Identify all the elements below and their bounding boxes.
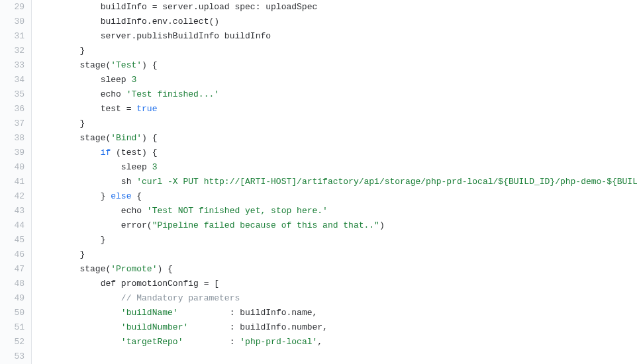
line-number: 46 (0, 248, 31, 262)
token-p: server.publishBuildInfo buildInfo (101, 31, 271, 41)
token-s: 'Promote' (111, 264, 157, 274)
line-number: 36 (0, 102, 31, 116)
token-s: 'php-prd-local' (240, 337, 317, 347)
token-p: echo (101, 89, 126, 99)
token-p: : (183, 337, 240, 347)
token-sd: "Pipeline failed because of this and tha… (152, 220, 379, 230)
line-number: 53 (0, 349, 31, 364)
token-p: stage( (79, 264, 111, 274)
code-line[interactable]: sleep 3 (38, 160, 637, 175)
line-number: 45 (0, 233, 31, 248)
token-p: } (101, 235, 106, 245)
code-line[interactable]: } (38, 116, 637, 131)
token-p: ) (379, 220, 385, 230)
code-line[interactable]: } (38, 233, 637, 248)
token-p: def promotionConfig = [ (101, 279, 219, 289)
code-line[interactable]: 'buildNumber' : buildInfo.number, (38, 320, 637, 335)
line-number: 30 (0, 15, 31, 29)
line-number: 43 (0, 204, 31, 218)
token-p: stage( (79, 133, 111, 143)
token-k: if (101, 148, 111, 158)
token-p: ) { (142, 60, 157, 70)
line-number: 48 (0, 277, 31, 291)
code-editor: 2930313233343536373839404142434445464748… (0, 0, 637, 364)
code-line[interactable]: 'targetRepo' : 'php-prd-local', (38, 335, 637, 349)
token-p: ) { (142, 133, 157, 143)
token-p: } (79, 118, 85, 128)
token-p: { (131, 191, 142, 201)
code-line[interactable]: if (test) { (38, 146, 637, 160)
token-s: 'buildName' (121, 308, 178, 318)
token-p: test = (101, 104, 137, 114)
line-gutter: 2930313233343536373839404142434445464748… (0, 0, 32, 364)
line-number: 35 (0, 87, 31, 102)
token-p: : buildInfo.number, (188, 322, 328, 332)
code-line[interactable]: error("Pipeline failed because of this a… (38, 218, 637, 233)
token-p: , (317, 337, 322, 347)
token-c: // Mandatory parameters (121, 293, 240, 303)
code-line[interactable]: test = true (38, 102, 637, 116)
line-number: 47 (0, 262, 31, 277)
code-line[interactable]: server.publishBuildInfo buildInfo (38, 29, 637, 44)
code-line[interactable]: 'buildName' : buildInfo.name, (38, 306, 637, 320)
line-number: 33 (0, 58, 31, 73)
code-line[interactable] (38, 349, 637, 364)
code-line[interactable]: // Mandatory parameters (38, 291, 637, 306)
code-line[interactable]: echo 'Test finished...' (38, 87, 637, 102)
code-line[interactable]: } (38, 248, 637, 262)
code-line[interactable]: buildInfo.env.collect() (38, 15, 637, 29)
line-number: 39 (0, 146, 31, 160)
line-number: 51 (0, 320, 31, 335)
token-p: : buildInfo.name, (178, 308, 318, 318)
token-p: sh (121, 177, 136, 187)
line-number: 41 (0, 175, 31, 189)
line-number: 38 (0, 131, 31, 146)
token-s: 'curl -X PUT http://[ARTI-HOST]/artifact… (136, 177, 637, 187)
token-p: } (79, 46, 85, 56)
line-number: 50 (0, 306, 31, 320)
token-p: stage( (79, 60, 111, 70)
token-p: } (79, 250, 85, 259)
token-s: 'Test finished...' (126, 89, 219, 99)
code-line[interactable]: } else { (38, 189, 637, 204)
line-number: 42 (0, 189, 31, 204)
code-line[interactable]: stage('Bind') { (38, 131, 637, 146)
line-number: 44 (0, 218, 31, 233)
token-p: error( (121, 220, 152, 230)
token-s: 'targetRepo' (121, 337, 183, 347)
token-k: true (136, 104, 157, 114)
token-p: } (101, 191, 111, 201)
line-number: 29 (0, 0, 31, 15)
code-line[interactable]: stage('Promote') { (38, 262, 637, 277)
line-number: 52 (0, 335, 31, 349)
code-line[interactable]: stage('Test') { (38, 58, 637, 73)
token-s: 'Test' (111, 60, 142, 70)
code-line[interactable]: sleep 3 (38, 73, 637, 87)
token-s: 'Test NOT finished yet, stop here.' (147, 206, 328, 216)
token-p: ) { (157, 264, 172, 274)
code-line[interactable]: echo 'Test NOT finished yet, stop here.' (38, 204, 637, 218)
token-p: (test) { (111, 148, 157, 158)
line-number: 49 (0, 291, 31, 306)
token-s: 'Bind' (111, 133, 142, 143)
token-p: sleep (121, 162, 152, 172)
code-line[interactable]: } (38, 44, 637, 58)
code-line[interactable]: def promotionConfig = [ (38, 277, 637, 291)
code-line[interactable]: sh 'curl -X PUT http://[ARTI-HOST]/artif… (38, 175, 637, 189)
token-s: 'buildNumber' (121, 322, 188, 332)
line-number: 34 (0, 73, 31, 87)
token-p: echo (121, 206, 147, 216)
token-p: sleep (101, 75, 132, 85)
code-area[interactable]: buildInfo = server.upload spec: uploadSp… (32, 0, 637, 364)
token-k: else (111, 191, 131, 201)
token-n: 3 (152, 162, 158, 172)
line-number: 37 (0, 116, 31, 131)
code-line[interactable]: buildInfo = server.upload spec: uploadSp… (38, 0, 637, 15)
line-number: 31 (0, 29, 31, 44)
token-p: buildInfo.env.collect() (101, 17, 219, 26)
token-n: 3 (131, 75, 136, 85)
line-number: 40 (0, 160, 31, 175)
line-number: 32 (0, 44, 31, 58)
token-p: buildInfo = server.upload spec: uploadSp… (101, 2, 318, 12)
